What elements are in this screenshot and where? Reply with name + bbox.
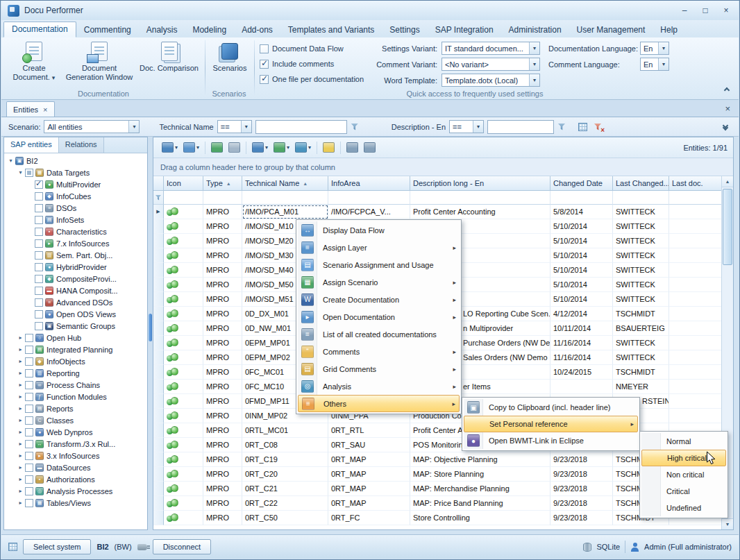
tree-checkbox[interactable] xyxy=(35,204,43,212)
technical-name-operator-select[interactable]: == ▾ xyxy=(217,120,252,133)
tree-checkbox[interactable] xyxy=(35,287,43,295)
scrollbar-thumb[interactable] xyxy=(723,189,732,265)
tree-item-web-dynpros[interactable]: ▸●Web Dynpros xyxy=(4,426,147,438)
ribbon-tab-settings[interactable]: Settings xyxy=(382,23,427,37)
cell-technical-name[interactable]: 0RT_C22 xyxy=(242,496,328,511)
analysis-button[interactable]: ▾ xyxy=(292,140,314,155)
disconnect-button[interactable]: Disconnect xyxy=(153,539,211,554)
tree-checkbox[interactable] xyxy=(35,192,43,201)
checkbox-icon[interactable] xyxy=(260,75,269,84)
column-header-description-long-en[interactable]: Description long - En xyxy=(410,176,550,191)
filter-cell[interactable] xyxy=(613,191,669,205)
field-select[interactable]: En▾ xyxy=(640,42,669,55)
filter-cell[interactable] xyxy=(669,191,721,205)
left-panel-tab-relations[interactable]: Relations xyxy=(59,137,104,153)
table-row[interactable]: MPRO0RT_C190RT_MAPMAP: Objective Plannin… xyxy=(153,452,721,467)
table-row[interactable]: ▶MPRO/IMO/PCA_M01/IMO/FCPCA_V...Profit C… xyxy=(153,205,721,219)
tree-item-datasources[interactable]: ▸▬DataSources xyxy=(4,461,147,473)
ribbon-option-document-data-flow[interactable]: Document Data Flow xyxy=(260,41,364,56)
field-select[interactable]: IT standard documen...▾ xyxy=(442,42,540,55)
tree-expander-icon[interactable]: ▸ xyxy=(16,452,25,459)
close-tab-icon[interactable]: × xyxy=(43,105,47,114)
filter-cell[interactable] xyxy=(550,191,613,205)
tree-expander-icon[interactable]: ▸ xyxy=(16,370,25,376)
menu-item-assign-scenario[interactable]: ▦Assign Scenario▸ xyxy=(298,273,460,291)
tree-checkbox[interactable] xyxy=(25,428,33,436)
menu-item-comments[interactable]: “Comments▸ xyxy=(298,343,460,360)
ribbon-option-include-comments[interactable]: Include comments xyxy=(260,56,364,71)
tree-expander-icon[interactable]: ▸ xyxy=(16,358,25,364)
menu-item-create-documentation[interactable]: WCreate Documentation▸ xyxy=(298,291,460,308)
document-generation-window-button[interactable]: Document Generation Window xyxy=(65,40,133,87)
filter-cell[interactable] xyxy=(410,191,550,205)
copy-grid-button[interactable] xyxy=(344,140,361,155)
tree-item-infoobjects[interactable]: ▸◆InfoObjects xyxy=(4,355,147,367)
table-row[interactable]: MPRO0RT_C210RT_MAPMAP: Merchandise Plann… xyxy=(153,482,721,496)
menu-item-undefined[interactable]: Undefined xyxy=(641,500,726,516)
technical-name-filter-input[interactable] xyxy=(255,120,347,134)
tree-checkbox[interactable] xyxy=(35,251,43,260)
tree-checkbox[interactable] xyxy=(35,239,43,248)
cell-technical-name[interactable]: 0RT_C50 xyxy=(242,511,328,525)
left-panel-tab-sap-entities[interactable]: SAP entities xyxy=(4,137,59,153)
menu-item-non-critical[interactable]: Non critical xyxy=(641,466,726,483)
filter-cell[interactable] xyxy=(328,191,410,205)
filter-grid-button[interactable] xyxy=(575,120,590,134)
tree-item-dsos[interactable]: ≡DSOs xyxy=(4,202,147,214)
expand-filter-button[interactable] xyxy=(719,122,732,131)
tree-checkbox[interactable] xyxy=(25,499,33,507)
column-header-last-changed[interactable]: Last Changed... xyxy=(613,176,669,191)
tree-checkbox[interactable] xyxy=(25,381,33,389)
create-documentation-button[interactable]: ▾ xyxy=(159,140,180,155)
ribbon-tab-modeling[interactable]: Modeling xyxy=(185,23,234,37)
filter-cell[interactable] xyxy=(242,191,328,205)
tree-item-characteristics[interactable]: ▪Characteristics xyxy=(4,226,147,237)
chevron-down-icon[interactable]: ▾ xyxy=(529,58,539,70)
tree-checkbox[interactable] xyxy=(25,369,33,377)
ribbon-tab-add-ons[interactable]: Add-ons xyxy=(234,23,280,37)
doc-comparison-button[interactable]: Doc. Comparison xyxy=(135,40,203,87)
cell-technical-name[interactable]: 0RT_C20 xyxy=(242,467,328,482)
tree-item-hybridprovider[interactable]: ●HybridProvider xyxy=(4,261,147,273)
tree-expander-icon[interactable]: ▸ xyxy=(16,346,25,353)
tree-checkbox[interactable] xyxy=(25,169,33,177)
tree-checkbox[interactable] xyxy=(25,405,33,413)
tree-item-infosets[interactable]: ▤InfoSets xyxy=(4,214,147,226)
chevron-down-icon[interactable]: ▾ xyxy=(128,121,139,133)
collapse-ribbon-button[interactable] xyxy=(725,85,729,94)
tree-item-integrated-planning[interactable]: ▸▤Integrated Planning xyxy=(4,343,147,355)
panel-splitter[interactable] xyxy=(148,137,153,530)
menu-item-display-data-flow[interactable]: ↔Display Data Flow xyxy=(298,221,460,239)
ribbon-tab-help[interactable]: Help xyxy=(653,23,685,37)
filter-cell[interactable] xyxy=(164,191,203,205)
cell-technical-name[interactable]: 0RT_C21 xyxy=(242,482,328,496)
tree-expander-icon[interactable]: ▸ xyxy=(16,393,25,400)
tree-checkbox[interactable] xyxy=(25,475,33,484)
column-header-technical-name[interactable]: Technical Name▲ xyxy=(242,176,328,191)
menu-item-scenario-assignment-and-usage[interactable]: ▤Scenario Assignment and Usage xyxy=(298,256,460,273)
scroll-down-button[interactable]: ▼ xyxy=(722,518,733,529)
menu-item-grid-comments[interactable]: ▤Grid Comments▸ xyxy=(298,360,460,377)
ribbon-option-one-file-per-documentation[interactable]: One file per documentation xyxy=(260,71,364,87)
column-header-icon[interactable]: Icon xyxy=(164,176,203,191)
splitter-handle[interactable] xyxy=(149,314,152,341)
tab-entities[interactable]: Entities × xyxy=(6,101,55,117)
minimize-button[interactable]: – xyxy=(675,4,694,17)
tree-checkbox[interactable] xyxy=(25,357,33,366)
cell-technical-name[interactable]: /IMO/PCA_M01 xyxy=(242,205,328,219)
ribbon-tab-documentation[interactable]: Documentation xyxy=(3,22,76,37)
scenarios-button[interactable]: Scenarios xyxy=(208,40,251,87)
export-grid-button[interactable] xyxy=(361,140,378,155)
tree-checkbox[interactable] xyxy=(25,346,33,354)
tree-item-bi2[interactable]: ▾▣BI2 xyxy=(4,155,147,167)
tree-expander-icon[interactable]: ▸ xyxy=(16,417,25,423)
create-document-button[interactable]: Create Document. ▾ xyxy=(4,40,64,87)
field-select[interactable]: <No variant>▾ xyxy=(442,58,540,71)
checkbox-icon[interactable] xyxy=(260,44,269,53)
tree-checkbox[interactable] xyxy=(35,275,43,283)
description-operator-select[interactable]: == ▾ xyxy=(449,120,484,133)
table-row[interactable]: MPRO0RT_C200RT_MAPMAP: Store Planning9/2… xyxy=(153,467,721,482)
tree-item-process-chains[interactable]: ▸∞Process Chains xyxy=(4,379,147,391)
column-header-changed-date[interactable]: Changed Date xyxy=(550,176,613,191)
tree-item-infocubes[interactable]: ◆InfoCubes xyxy=(4,190,147,202)
